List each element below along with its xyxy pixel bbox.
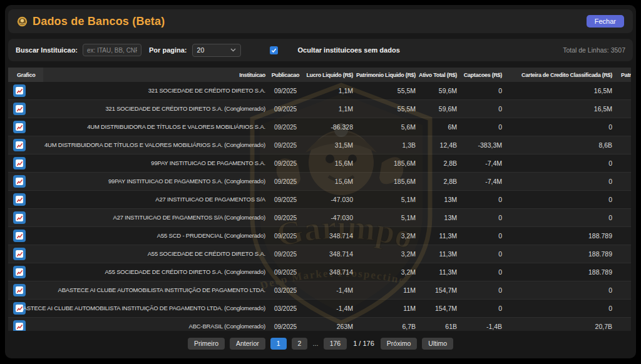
institution-cell: A55 SOCIEDADE DE CRÉDITO DIRETO S.A. (Co… (43, 263, 265, 281)
ativo-cell: 13M (416, 209, 457, 227)
open-chart-button[interactable] (13, 121, 26, 133)
per-page-select[interactable]: 20 (192, 44, 241, 57)
prev-page-button[interactable]: Anterior (230, 338, 265, 350)
search-input[interactable] (83, 44, 141, 56)
pagination: PrimeiroAnterior12...1761 / 176PróximoUl… (5, 336, 636, 350)
patrimonio2-cell (612, 227, 631, 245)
institution-cell: A27 INSTITUICAO DE PAGAMENTOS S/A (Congl… (43, 209, 265, 227)
hide-empty-label: Ocultar instituicoes sem dados (298, 46, 400, 54)
lucro-cell: 15,6M (305, 154, 353, 173)
patrimonio-cell: 1,3B (353, 136, 416, 154)
lucro-cell: -1,4M (305, 281, 353, 300)
hide-empty-checkbox[interactable] (270, 46, 278, 54)
institution-cell: A27 INSTITUICAO DE PAGAMENTOS S/A (43, 191, 265, 209)
fechar-button[interactable]: Fechar (587, 15, 624, 28)
grafico-cell (8, 154, 43, 173)
patrimonio2-cell (612, 154, 631, 173)
column-header-4[interactable]: Patrimonio Liquido (R$) (353, 68, 416, 82)
garimpo-logo-icon (17, 16, 28, 27)
column-header-7[interactable]: Carteira de Credito Classificada (R$) (502, 68, 612, 82)
ativo-cell: 12,4B (416, 136, 457, 154)
column-header-label: Ativo Total (R$) (419, 72, 457, 78)
open-chart-button[interactable] (13, 230, 26, 242)
open-chart-button[interactable] (13, 248, 26, 260)
carteira-cell: 0 (502, 281, 612, 300)
carteira-cell: 0 (502, 300, 612, 318)
institution-name: ABASTECE AI CLUBE AUTOMOBILISTA INSTITUI… (58, 281, 265, 299)
column-header-1[interactable]: Instituicao (43, 68, 265, 82)
patrimonio-cell: 55,5M (353, 100, 416, 118)
page-button-2[interactable]: 2 (292, 338, 308, 350)
captacoes-cell: 0 (457, 82, 502, 100)
open-chart-button[interactable] (13, 284, 26, 296)
captacoes-cell: 0 (457, 209, 502, 227)
column-header-label: Patrimonio Liquido (R$) (356, 72, 416, 78)
publication-cell: 09/2025 (265, 227, 305, 245)
open-chart-button[interactable] (13, 157, 26, 169)
grafico-cell (8, 245, 43, 263)
patrimonio2-cell (612, 300, 631, 318)
open-chart-button[interactable] (13, 193, 26, 206)
captacoes-cell: 0 (457, 281, 502, 300)
column-header-label: Lucro Liquido (R$) (306, 72, 353, 78)
grafico-cell (8, 263, 43, 281)
next-page-button[interactable]: Próximo (381, 338, 418, 350)
pagination-ellipsis: ... (312, 340, 318, 347)
captacoes-cell: 0 (457, 300, 502, 318)
open-chart-button[interactable] (13, 175, 26, 188)
lucro-cell: -47.030 (305, 209, 353, 227)
column-header-label: Captacoes (R$) (464, 72, 502, 78)
open-chart-button[interactable] (13, 139, 26, 151)
publication-cell: 09/2025 (265, 82, 305, 100)
carteira-cell: 0 (502, 191, 612, 209)
patrimonio-cell: 185,6M (353, 154, 416, 173)
open-chart-button[interactable] (13, 211, 26, 224)
line-chart-icon (16, 250, 23, 258)
grafico-cell (8, 136, 43, 154)
publication-cell: 09/2025 (265, 318, 305, 331)
page-status-label: 1 / 176 (353, 340, 374, 347)
column-header-label: Grafico (8, 72, 35, 78)
column-header-2[interactable]: Publicacao (265, 68, 305, 82)
carteira-cell: 188.789 (502, 245, 612, 263)
page-button-176[interactable]: 176 (324, 338, 347, 350)
patrimonio-cell: 5,1M (353, 209, 416, 227)
lucro-cell: 348.714 (305, 245, 353, 263)
open-chart-button[interactable] (13, 103, 26, 115)
ativo-cell: 11,3M (416, 227, 457, 245)
column-header-0[interactable]: Grafico (8, 68, 43, 82)
grafico-cell (8, 118, 43, 136)
line-chart-icon (16, 123, 23, 131)
page-button-1[interactable]: 1 (270, 338, 287, 350)
table-row: 4UM DISTRIBUIDORA DE TÍTULOS E VALORES M… (8, 136, 631, 154)
table-row: ABC-BRASIL (Conglomerado)09/2025263M6,7B… (8, 318, 631, 331)
table-row: ABASTECE AI CLUBE AUTOMOBILISTA INSTITUI… (8, 281, 631, 300)
institution-name: 99PAY INSTITUICAO DE PAGAMENTO S.A. (151, 154, 265, 172)
captacoes-cell: -7,4M (457, 173, 502, 191)
column-header-label: Carteira de Credito Classificada (R$) (521, 72, 612, 78)
captacoes-cell: -383,3M (457, 136, 502, 154)
institution-cell: ABASTECE AI CLUBE AUTOMOBILISTA INSTITUI… (43, 300, 265, 318)
column-header-6[interactable]: Captacoes (R$) (457, 68, 502, 82)
column-header-3[interactable]: Lucro Liquido (R$) (305, 68, 353, 82)
patrimonio2-cell (612, 281, 631, 300)
grafico-cell (8, 209, 43, 227)
institution-name: 99PAY INSTITUICAO DE PAGAMENTO S.A. (Con… (108, 173, 265, 190)
publication-cell: 09/2025 (265, 136, 305, 154)
institution-cell: 4UM DISTRIBUIDORA DE TÍTULOS E VALORES M… (43, 136, 265, 154)
patrimonio2-cell (612, 263, 631, 281)
ativo-cell: 154,7M (416, 300, 457, 318)
first-page-button[interactable]: Primeiro (188, 338, 225, 350)
institution-name: A55 SOCIEDADE DE CRÉDITO DIRETO S.A. (148, 245, 265, 263)
open-chart-button[interactable] (13, 320, 26, 331)
patrimonio2-cell (612, 209, 631, 227)
column-header-8[interactable]: Patri (612, 68, 631, 82)
publication-cell: 03/2025 (265, 281, 305, 300)
open-chart-button[interactable] (13, 266, 26, 278)
last-page-button[interactable]: Ultimo (422, 338, 453, 350)
open-chart-button[interactable] (13, 84, 26, 97)
patrimonio2-cell (612, 82, 631, 100)
ativo-cell: 2,8B (416, 154, 457, 173)
column-header-5[interactable]: Ativo Total (R$) (416, 68, 457, 82)
grafico-cell (8, 191, 43, 209)
